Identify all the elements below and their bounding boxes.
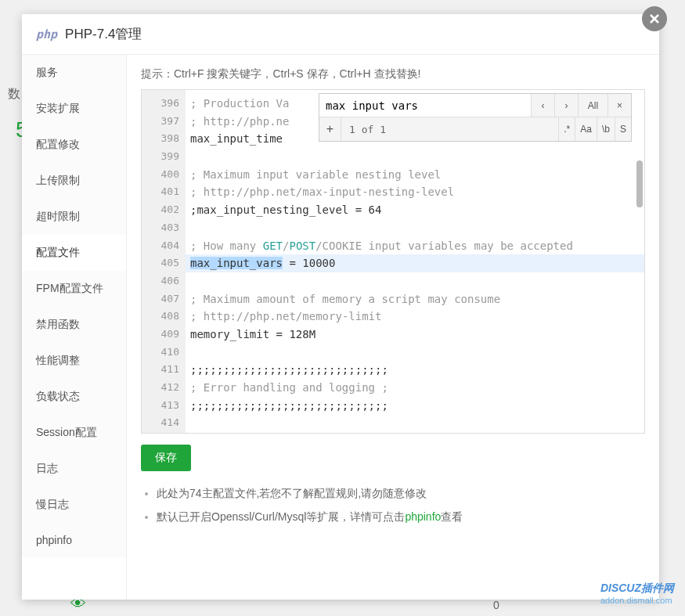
close-button[interactable] <box>642 6 667 31</box>
line-number: 415 <box>142 432 186 434</box>
sidebar-item[interactable]: 禁用函数 <box>22 307 126 343</box>
line-number: 405 <box>142 254 186 272</box>
code-line[interactable]: ;;;;;;;;;;;;;;;;;;;;;;;;;;;;;; <box>186 397 644 415</box>
code-line[interactable]: max_input_vars = 10000 <box>186 254 644 272</box>
editor-hint: 提示：Ctrl+F 搜索关键字，Ctrl+S 保存，Ctrl+H 查找替换! <box>141 67 645 81</box>
search-all-button[interactable]: All <box>578 94 607 117</box>
search-close-button[interactable]: × <box>607 94 631 117</box>
search-case-option[interactable]: Aa <box>575 117 597 141</box>
note-item: 默认已开启Openssl/Curl/Mysql等扩展，详情可点击phpinfo查… <box>157 510 645 524</box>
line-number: 409 <box>142 326 186 344</box>
sidebar-item[interactable]: 安装扩展 <box>22 91 126 127</box>
editor-scrollbar[interactable] <box>636 160 643 207</box>
sidebar-item[interactable]: 配置文件 <box>22 235 126 271</box>
note-item: 此处为74主配置文件,若您不了解配置规则,请勿随意修改 <box>157 487 645 501</box>
code-line[interactable]: ; This directive informs PHP of which er… <box>186 432 644 433</box>
close-icon <box>648 13 661 25</box>
notes-list: 此处为74主配置文件,若您不了解配置规则,请勿随意修改 默认已开启Openssl… <box>141 487 645 524</box>
sidebar-item[interactable]: Session配置 <box>22 415 126 451</box>
code-line[interactable]: ; http://php.net/memory-limit <box>186 308 644 326</box>
phpinfo-link[interactable]: phpinfo <box>405 510 441 523</box>
sidebar-item[interactable]: phpinfo <box>22 523 126 557</box>
php-manage-modal: php PHP-7.4管理 服务安装扩展配置修改上传限制超时限制配置文件FPM配… <box>22 14 659 600</box>
line-gutter: 3963973983994004014024034044054064074084… <box>142 90 186 433</box>
search-selection-option[interactable]: S <box>615 117 631 141</box>
code-line[interactable] <box>186 148 644 166</box>
background-label: 数 <box>8 86 20 103</box>
search-panel: ‹ › All × + 1 of 1 .* Aa \b S <box>319 93 632 142</box>
save-button[interactable]: 保存 <box>141 445 191 471</box>
sidebar-item[interactable]: 慢日志 <box>22 487 126 523</box>
search-input[interactable] <box>319 94 531 117</box>
code-line[interactable]: memory_limit = 128M <box>186 326 644 344</box>
modal-header: php PHP-7.4管理 <box>22 14 659 55</box>
php-badge: php <box>36 27 57 41</box>
line-number: 408 <box>142 308 186 326</box>
code-line[interactable]: ; Maximum amount of memory a script may … <box>186 290 644 308</box>
line-number: 403 <box>142 219 186 237</box>
code-line[interactable] <box>186 272 644 290</box>
code-line[interactable]: ;max_input_nesting_level = 64 <box>186 201 644 219</box>
search-regex-option[interactable]: .* <box>558 117 575 141</box>
line-number: 413 <box>142 397 186 415</box>
line-number: 400 <box>142 166 186 184</box>
code-line[interactable] <box>186 414 644 432</box>
sidebar-item[interactable]: 服务 <box>22 55 126 91</box>
line-number: 397 <box>142 113 186 131</box>
sidebar: 服务安装扩展配置修改上传限制超时限制配置文件FPM配置文件禁用函数性能调整负载状… <box>22 55 127 600</box>
sidebar-item[interactable]: FPM配置文件 <box>22 271 126 307</box>
background-zero: 0 <box>493 599 499 611</box>
code-line[interactable] <box>186 344 644 362</box>
line-number: 404 <box>142 237 186 255</box>
watermark: DISCUZ插件网 addon.dismall.com <box>600 582 674 605</box>
sidebar-item[interactable]: 上传限制 <box>22 163 126 199</box>
search-count: 1 of 1 <box>341 124 558 135</box>
line-number: 410 <box>142 344 186 362</box>
search-match: max_input_vars <box>190 257 283 269</box>
line-number: 412 <box>142 379 186 397</box>
search-replace-toggle[interactable]: + <box>319 117 341 141</box>
code-line[interactable]: ; Error handling and logging ; <box>186 379 644 397</box>
content-panel: 提示：Ctrl+F 搜索关键字，Ctrl+S 保存，Ctrl+H 查找替换! 3… <box>127 55 659 600</box>
code-line[interactable]: ; Maximum input variable nesting level <box>186 166 644 184</box>
sidebar-item[interactable]: 日志 <box>22 451 126 487</box>
sidebar-item[interactable]: 负载状态 <box>22 379 126 415</box>
line-number: 414 <box>142 414 186 432</box>
line-number: 401 <box>142 183 186 201</box>
code-line[interactable]: ;;;;;;;;;;;;;;;;;;;;;;;;;;;;;; <box>186 361 644 379</box>
code-line[interactable]: ; How many GET/POST/COOKIE input variabl… <box>186 237 644 255</box>
modal-title: PHP-7.4管理 <box>65 25 142 43</box>
sidebar-item[interactable]: 配置修改 <box>22 127 126 163</box>
search-prev-button[interactable]: ‹ <box>531 94 554 117</box>
sidebar-item[interactable]: 性能调整 <box>22 343 126 379</box>
code-line[interactable] <box>186 219 644 237</box>
line-number: 411 <box>142 361 186 379</box>
line-number: 398 <box>142 130 186 148</box>
line-number: 396 <box>142 95 186 113</box>
line-number: 407 <box>142 290 186 308</box>
search-word-option[interactable]: \b <box>597 117 615 141</box>
line-number: 399 <box>142 148 186 166</box>
line-number: 406 <box>142 272 186 290</box>
line-number: 402 <box>142 201 186 219</box>
search-next-button[interactable]: › <box>554 94 578 117</box>
code-line[interactable]: ; http://php.net/max-input-nesting-level <box>186 183 644 201</box>
sidebar-item[interactable]: 超时限制 <box>22 199 126 235</box>
code-editor[interactable]: 3963973983994004014024034044054064074084… <box>141 89 645 434</box>
